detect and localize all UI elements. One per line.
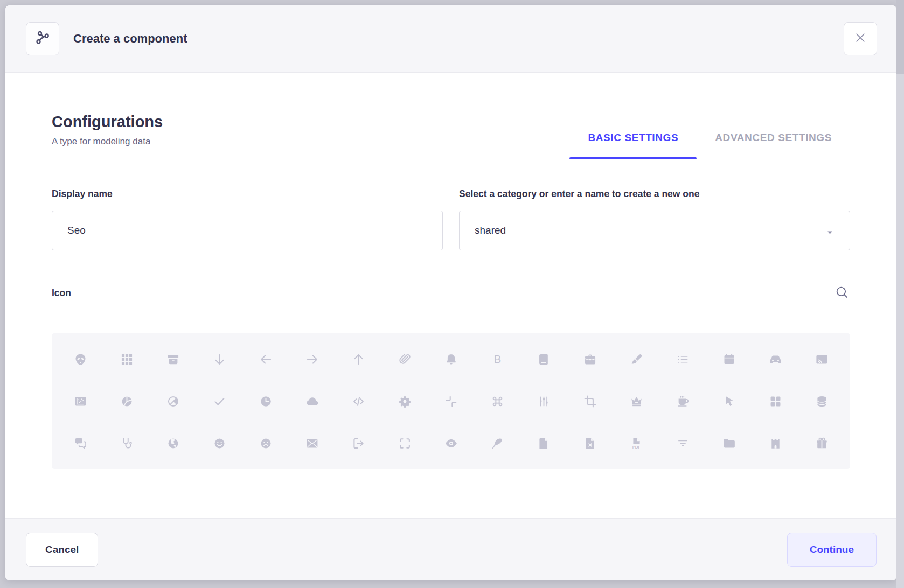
component-icon (26, 22, 59, 55)
bold-icon[interactable]: B (474, 338, 520, 380)
doctor-icon[interactable] (103, 422, 150, 464)
file-pdf-icon[interactable]: PDF (613, 422, 659, 464)
crop-icon[interactable] (567, 380, 613, 422)
category-select[interactable]: shared (459, 211, 850, 250)
database-icon[interactable] (798, 380, 845, 422)
gift-icon[interactable] (798, 422, 845, 464)
cursor-icon[interactable] (706, 380, 752, 422)
svg-text:PDF: PDF (632, 445, 641, 450)
code-icon[interactable] (335, 380, 381, 422)
svg-text:B: B (493, 353, 501, 365)
cog-icon[interactable] (381, 380, 428, 422)
section-subtitle: A type for modeling data (52, 136, 163, 147)
scrollbar-thumb[interactable] (896, 0, 904, 74)
sliders-icon[interactable] (520, 380, 567, 422)
file-icon[interactable] (520, 422, 567, 464)
arrow-right-icon[interactable] (289, 338, 335, 380)
section-title: Configurations (52, 113, 163, 131)
briefcase-icon[interactable] (567, 338, 613, 380)
icon-field-header: Icon (52, 285, 850, 301)
category-label: Select a category or enter a name to cre… (459, 188, 850, 200)
alien-icon[interactable] (57, 338, 103, 380)
expand-icon[interactable] (381, 422, 428, 464)
eye-icon[interactable] (428, 422, 474, 464)
filter-icon[interactable] (659, 422, 706, 464)
display-name-value: Seo (67, 225, 86, 236)
discuss-icon[interactable] (57, 422, 103, 464)
book-icon[interactable] (520, 338, 567, 380)
continue-button[interactable]: Continue (787, 533, 877, 567)
attachment-icon[interactable] (381, 338, 428, 380)
folder-icon[interactable] (706, 422, 752, 464)
bullet-list-icon[interactable] (659, 338, 706, 380)
icon-grid: BPDF (52, 333, 850, 469)
close-button[interactable] (844, 22, 877, 55)
cast-icon[interactable] (798, 338, 845, 380)
bell-icon[interactable] (428, 338, 474, 380)
section-header: Configurations A type for modeling data … (52, 113, 850, 158)
category-value: shared (475, 225, 506, 236)
modal-title: Create a component (73, 32, 187, 46)
check-icon[interactable] (196, 380, 242, 422)
earth-icon[interactable] (150, 422, 196, 464)
arrow-down-icon[interactable] (196, 338, 242, 380)
file-error-icon[interactable] (567, 422, 613, 464)
close-icon (854, 31, 867, 46)
cloud-icon[interactable] (289, 380, 335, 422)
arrow-up-icon[interactable] (335, 338, 381, 380)
car-icon[interactable] (752, 338, 798, 380)
search-icon (835, 293, 850, 302)
modal-header: Create a component (5, 5, 896, 73)
archive-icon[interactable] (150, 338, 196, 380)
chart-pie-icon[interactable] (150, 380, 196, 422)
arrow-left-icon[interactable] (242, 338, 289, 380)
cup-icon[interactable] (659, 380, 706, 422)
brush-icon[interactable] (613, 338, 659, 380)
feather-icon[interactable] (474, 422, 520, 464)
display-name-input[interactable]: Seo (52, 211, 443, 250)
calendar-icon[interactable] (706, 338, 752, 380)
tab-advanced-settings[interactable]: ADVANCED SETTINGS (697, 132, 850, 158)
icon-label: Icon (52, 288, 71, 299)
chart-bubble-icon[interactable] (57, 380, 103, 422)
modal-body: Configurations A type for modeling data … (5, 73, 896, 518)
envelope-icon[interactable] (289, 422, 335, 464)
cancel-button[interactable]: Cancel (26, 533, 98, 567)
scrollbar[interactable] (896, 0, 904, 588)
emotion-happy-icon[interactable] (196, 422, 242, 464)
tab-basic-settings[interactable]: BASIC SETTINGS (569, 132, 697, 158)
command-icon[interactable] (474, 380, 520, 422)
dashboard-icon[interactable] (752, 380, 798, 422)
settings-tabs: BASIC SETTINGS ADVANCED SETTINGS (569, 113, 850, 158)
exit-icon[interactable] (335, 422, 381, 464)
display-name-label: Display name (52, 188, 443, 200)
gate-icon[interactable] (752, 422, 798, 464)
clock-icon[interactable] (242, 380, 289, 422)
caret-down-icon (825, 227, 835, 234)
form-row: Display name Seo Select a category or en… (52, 188, 850, 250)
modal-footer: Cancel Continue (5, 518, 896, 580)
create-component-modal: Create a component Configurations A type… (5, 5, 896, 580)
collapse-icon[interactable] (428, 380, 474, 422)
apps-icon[interactable] (103, 338, 150, 380)
chart-circle-icon[interactable] (103, 380, 150, 422)
crown-icon[interactable] (613, 380, 659, 422)
emotion-unhappy-icon[interactable] (242, 422, 289, 464)
search-button[interactable] (834, 285, 850, 301)
